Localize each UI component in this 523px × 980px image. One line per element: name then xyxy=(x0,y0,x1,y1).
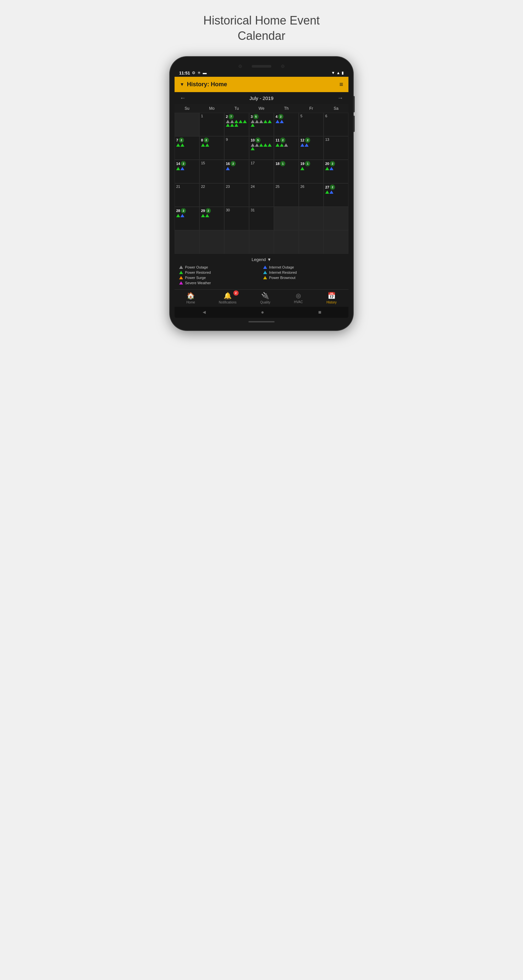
date-row: 31 xyxy=(251,208,272,212)
legend-toggle[interactable]: Legend ▼ xyxy=(179,257,344,262)
nav-history[interactable]: 📅 History xyxy=(327,292,337,304)
calendar-cell[interactable]: 13 xyxy=(324,136,348,160)
calendar-cell[interactable]: 27 xyxy=(224,113,249,136)
dropdown-arrow-icon[interactable]: ▼ xyxy=(180,82,184,87)
date-row: 82 xyxy=(201,137,223,143)
event-badge: 2 xyxy=(280,137,285,143)
nav-notifications[interactable]: 🔔 2 Notifications xyxy=(219,292,236,304)
calendar-cell[interactable]: 191 xyxy=(299,160,324,183)
cell-date: 9 xyxy=(226,137,228,142)
earpiece xyxy=(252,65,271,68)
calendar-cell xyxy=(299,230,324,254)
date-row: 22 xyxy=(201,185,223,188)
calendar-cell[interactable]: 35 xyxy=(249,113,274,136)
calendar-cell[interactable]: 122 xyxy=(299,136,324,160)
calendar-cell[interactable]: 105 xyxy=(249,136,274,160)
cell-date: 24 xyxy=(251,185,255,188)
calendar-cell[interactable]: 26 xyxy=(299,183,324,207)
calendar-cell[interactable]: 72 xyxy=(175,136,199,160)
nav-quality[interactable]: 🔌 Quality xyxy=(260,292,270,304)
tri-blue-icon xyxy=(300,143,304,147)
icons-area xyxy=(201,214,223,217)
page-wrapper: Historical Home Event Calendar 11:51 ⚙ ✳… xyxy=(131,13,392,330)
tri-gray-icon xyxy=(230,120,234,123)
event-badge: 2 xyxy=(330,161,335,166)
calendar-cell[interactable]: 202 xyxy=(324,160,348,183)
icons-area xyxy=(276,120,297,123)
date-row: 21 xyxy=(176,185,198,188)
calendar-cell[interactable]: 9 xyxy=(224,136,249,160)
calendar-cell[interactable]: 282 xyxy=(175,207,199,230)
tri-green-icon xyxy=(234,120,238,123)
calendar-nav: ← July - 2019 → xyxy=(175,92,348,104)
event-badge: 2 xyxy=(305,137,310,143)
nav-hvac-label: HVAC xyxy=(294,300,303,304)
nav-home[interactable]: 🏠 Home xyxy=(186,292,195,304)
legend-label-internet-restored: Internet Restored xyxy=(269,270,297,274)
page-title: Historical Home Event Calendar xyxy=(203,13,320,44)
tri-green-icon xyxy=(176,143,180,147)
calendar-cell[interactable]: 30 xyxy=(224,207,249,230)
calendar-cell[interactable]: 142 xyxy=(175,160,199,183)
prev-month-button[interactable]: ← xyxy=(180,95,186,102)
event-badge: 7 xyxy=(228,114,234,119)
tri-gray-icon xyxy=(251,120,255,123)
next-month-button[interactable]: → xyxy=(337,95,343,102)
calendar-cell[interactable]: 22 xyxy=(199,183,224,207)
calendar-cell[interactable]: 21 xyxy=(175,183,199,207)
date-row: 15 xyxy=(201,161,223,165)
calendar-cell xyxy=(274,230,299,254)
cell-date: 30 xyxy=(226,208,230,212)
calendar-cell[interactable]: 31 xyxy=(249,207,274,230)
tri-gray-icon xyxy=(255,120,259,123)
calendar-cell xyxy=(199,230,224,254)
day-header-fr: Fr xyxy=(299,104,324,113)
power-surge-icon xyxy=(179,276,183,279)
calendar-cell[interactable]: 17 xyxy=(249,160,274,183)
icons-area xyxy=(176,214,198,217)
nav-hvac[interactable]: ◎ HVAC xyxy=(294,292,303,304)
calendar-cell[interactable]: 15 xyxy=(199,160,224,183)
calendar-cell xyxy=(324,207,348,230)
calendar-cell[interactable]: 272 xyxy=(324,183,348,207)
icons-area xyxy=(226,167,247,170)
legend-section: Legend ▼ Power Outage Internet Outage Po… xyxy=(175,254,348,290)
signal-icon: ▲ xyxy=(336,70,340,75)
calendar-cell[interactable]: 23 xyxy=(224,183,249,207)
calendar-cell[interactable]: 5 xyxy=(299,113,324,136)
severe-weather-icon xyxy=(179,281,183,285)
front-camera xyxy=(239,65,242,68)
tri-green-icon xyxy=(259,143,263,147)
tri-blue-icon xyxy=(305,143,309,147)
calendar-cell[interactable]: 292 xyxy=(199,207,224,230)
day-header-mo: Mo xyxy=(199,104,224,113)
legend-arrow-icon: ▼ xyxy=(267,257,271,262)
date-row: 30 xyxy=(226,208,247,212)
event-badge: 5 xyxy=(255,137,260,143)
cell-date: 19 xyxy=(300,162,304,165)
calendar-cell[interactable]: 42 xyxy=(274,113,299,136)
status-time: 11:51 xyxy=(179,70,190,75)
calendar-cell[interactable]: 112 xyxy=(274,136,299,160)
recents-button[interactable]: ■ xyxy=(318,309,322,315)
legend-item-power-restored: Power Restored xyxy=(179,270,260,274)
date-row: 1 xyxy=(201,114,223,118)
status-right: ▼ ▲ ▮ xyxy=(331,70,344,75)
event-badge: 2 xyxy=(206,208,211,213)
calendar-grid: Su Mo Tu We Th Fr Sa 1273542567282910511… xyxy=(175,104,348,254)
calendar-cell[interactable]: 6 xyxy=(324,113,348,136)
phone-screen: 11:51 ⚙ ✳ ▬ ▼ ▲ ▮ ▼ History: Home ≡ xyxy=(175,69,348,318)
calendar-cell[interactable]: 181 xyxy=(274,160,299,183)
home-button[interactable]: ● xyxy=(261,309,264,315)
app-header-left: ▼ History: Home xyxy=(180,81,227,88)
date-row: 282 xyxy=(176,208,198,213)
calendar-cell[interactable]: 1 xyxy=(199,113,224,136)
hamburger-menu-icon[interactable]: ≡ xyxy=(339,81,343,88)
calendar-cell[interactable]: 24 xyxy=(249,183,274,207)
tri-blue-icon xyxy=(330,167,333,170)
calendar-cell[interactable]: 25 xyxy=(274,183,299,207)
calendar-cell[interactable]: 82 xyxy=(199,136,224,160)
calendar-cell[interactable]: 162 xyxy=(224,160,249,183)
back-button[interactable]: ◄ xyxy=(202,309,207,315)
date-row: 122 xyxy=(300,137,322,143)
